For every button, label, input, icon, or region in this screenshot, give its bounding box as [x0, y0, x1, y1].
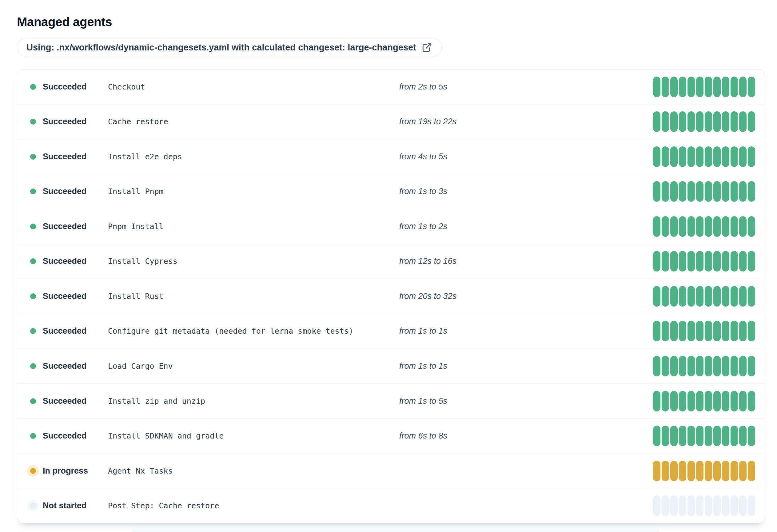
status-dot	[30, 119, 36, 125]
agent-capacity-bar	[662, 356, 669, 376]
external-link-icon[interactable]	[422, 42, 432, 52]
agent-capacity-bar	[687, 356, 695, 376]
agent-step-row[interactable]: Succeeded Checkout from 2s to 5s	[17, 70, 765, 104]
agent-step-row[interactable]: Succeeded Pnpm Install from 1s to 2s	[17, 209, 765, 244]
agent-capacity-bar	[687, 216, 695, 237]
agent-capacity-bar	[713, 181, 721, 202]
agent-capacity-bar	[705, 495, 712, 516]
agent-step-row[interactable]: Not started Post Step: Cache restore	[17, 488, 765, 523]
agent-bars	[653, 286, 755, 306]
agent-capacity-bar	[696, 286, 703, 306]
agent-step-row[interactable]: Succeeded Configure git metadata (needed…	[17, 314, 765, 349]
agent-capacity-bar	[731, 251, 738, 272]
agent-capacity-bar	[679, 146, 686, 167]
managed-agents-panel: Managed agents Using: .nx/workflows/dyna…	[0, 0, 777, 532]
agent-capacity-bar	[679, 356, 686, 376]
agent-step-row[interactable]: Succeeded Cache restore from 19s to 22s	[17, 104, 765, 139]
agent-capacity-bar	[687, 391, 695, 411]
agent-capacity-bar	[679, 321, 686, 341]
agent-capacity-bar	[687, 426, 695, 446]
agent-capacity-bar	[705, 146, 712, 167]
agent-capacity-bar	[670, 111, 678, 132]
status-cell: Succeeded	[27, 256, 108, 266]
status-dot	[30, 293, 36, 299]
agent-bars	[653, 216, 755, 237]
agent-capacity-bar	[713, 146, 721, 167]
agent-capacity-bar	[679, 461, 686, 481]
agent-step-row[interactable]: Succeeded Load Cargo Env from 1s to 1s	[17, 349, 765, 384]
status-dot	[30, 84, 36, 90]
agent-capacity-bar	[739, 461, 747, 481]
agent-capacity-bar	[653, 461, 660, 481]
agent-capacity-bar	[653, 391, 660, 411]
agent-capacity-bar	[687, 181, 695, 202]
agent-capacity-bar	[731, 216, 738, 237]
step-duration: from 1s to 1s	[399, 326, 653, 336]
agent-capacity-bar	[748, 181, 755, 202]
status-dot	[30, 433, 36, 439]
agent-capacity-bar	[696, 181, 703, 202]
agent-capacity-bar	[662, 251, 669, 272]
agent-capacity-bar	[748, 77, 755, 97]
agent-capacity-bar	[722, 111, 729, 132]
agent-capacity-bar	[731, 391, 738, 411]
agent-capacity-bar	[731, 356, 738, 376]
status-dot	[30, 258, 36, 264]
agent-capacity-bar	[662, 77, 669, 97]
agent-capacity-bar	[713, 426, 721, 446]
below-card-edge	[132, 527, 659, 532]
agent-step-row[interactable]: In progress Agent Nx Tasks	[17, 453, 765, 488]
agent-capacity-bar	[670, 391, 678, 411]
step-name: Configure git metadata (needed for lerna…	[108, 326, 399, 336]
agent-capacity-bar	[705, 251, 712, 272]
agent-capacity-bar	[748, 286, 755, 306]
agent-capacity-bar	[653, 216, 660, 237]
agent-step-row[interactable]: Succeeded Install zip and unzip from 1s …	[17, 384, 765, 418]
agent-capacity-bar	[739, 426, 747, 446]
status-cell: Not started	[27, 501, 108, 511]
page-title: Managed agents	[17, 15, 777, 28]
agent-capacity-bar	[662, 181, 669, 202]
agent-step-row[interactable]: Succeeded Install SDKMAN and gradle from…	[17, 418, 765, 453]
agent-bars	[653, 391, 755, 411]
agent-capacity-bar	[748, 251, 755, 272]
agent-capacity-bar	[653, 286, 660, 306]
status-label: Succeeded	[43, 117, 87, 126]
agent-capacity-bar	[748, 426, 755, 446]
agent-capacity-bar	[670, 461, 678, 481]
step-name: Post Step: Cache restore	[108, 501, 399, 510]
agent-capacity-bar	[696, 146, 703, 167]
status-cell: Succeeded	[27, 361, 108, 371]
agent-capacity-bar	[696, 77, 703, 97]
agent-capacity-bar	[713, 251, 721, 272]
agent-capacity-bar	[653, 251, 660, 272]
agent-capacity-bar	[679, 391, 686, 411]
agent-capacity-bar	[687, 251, 695, 272]
status-dot	[30, 154, 36, 160]
agent-step-row[interactable]: Succeeded Install Pnpm from 1s to 3s	[17, 174, 765, 209]
agent-capacity-bar	[696, 321, 703, 341]
agent-step-row[interactable]: Succeeded Install Cypress from 12s to 16…	[17, 244, 765, 279]
agent-capacity-bar	[653, 77, 660, 97]
agent-capacity-bar	[679, 251, 686, 272]
agent-capacity-bar	[696, 251, 703, 272]
agent-capacity-bar	[679, 495, 686, 516]
status-label: Succeeded	[43, 222, 87, 231]
agent-capacity-bar	[739, 251, 747, 272]
agent-capacity-bar	[653, 181, 660, 202]
workflow-banner[interactable]: Using: .nx/workflows/dynamic-changesets.…	[17, 38, 442, 57]
agent-step-row[interactable]: Succeeded Install Rust from 20s to 32s	[17, 279, 765, 314]
status-label: Succeeded	[43, 361, 87, 371]
agent-capacity-bar	[687, 111, 695, 132]
agent-capacity-bar	[748, 391, 755, 411]
agent-capacity-bar	[687, 495, 695, 516]
agent-capacity-bar	[722, 426, 729, 446]
agent-capacity-bar	[696, 495, 703, 516]
agent-capacity-bar	[653, 426, 660, 446]
agent-capacity-bar	[731, 146, 738, 167]
agent-bars	[653, 111, 755, 132]
agent-capacity-bar	[705, 216, 712, 237]
status-label: In progress	[43, 466, 88, 476]
agent-step-row[interactable]: Succeeded Install e2e deps from 4s to 5s	[17, 139, 765, 174]
agent-capacity-bar	[713, 391, 721, 411]
